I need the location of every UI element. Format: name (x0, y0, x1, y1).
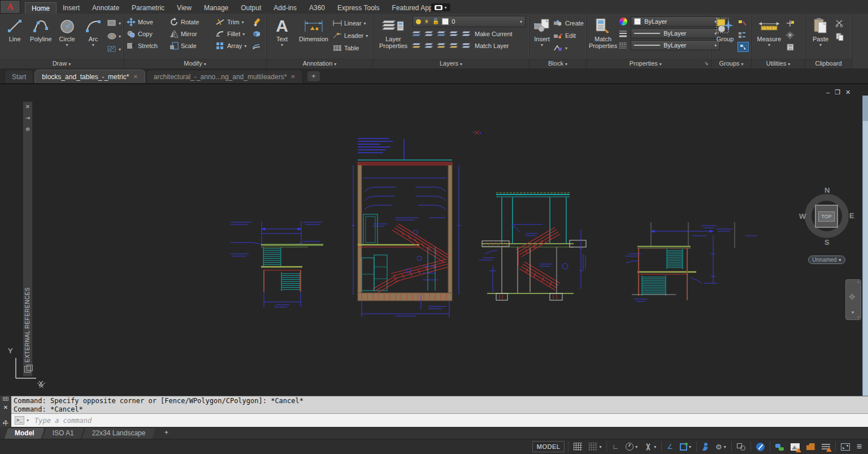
annotation-scale-button[interactable]: ⚙▾ (714, 442, 728, 452)
linetype-list-icon[interactable] (618, 41, 628, 50)
panel-label-layers[interactable]: Layers▾ (373, 59, 529, 68)
layer-properties-button[interactable]: LayerProperties (375, 15, 411, 59)
menu-tab-insert[interactable]: Insert (57, 2, 86, 14)
layer-isolate-icon[interactable] (413, 31, 421, 37)
move-button[interactable]: Move (126, 17, 166, 27)
trim-button[interactable]: Trim▾ (215, 17, 248, 27)
group-edit-button[interactable] (737, 30, 749, 40)
view-name-pill[interactable]: Unnamed▾ (808, 256, 845, 264)
layer-thaw-all-icon[interactable] (425, 42, 433, 49)
lineweight-select[interactable]: ByLayer ▾ (631, 28, 720, 38)
restore-icon[interactable]: ❒ (835, 89, 840, 96)
menu-tab-manage[interactable]: Manage (198, 2, 235, 14)
text-button[interactable]: A Text ▾ (269, 15, 295, 59)
autocad-logo[interactable]: A (0, 0, 20, 14)
layer-unlock-all-icon[interactable] (450, 42, 458, 49)
minimize-icon[interactable]: – (826, 89, 830, 96)
layer-select[interactable]: ☀ 🔓 0 ▾ (413, 16, 526, 27)
drawing-canvas[interactable]: ✕ ⇥ ✲ EXTERNAL REFERENCES Y X (0, 84, 868, 396)
performance-monitor-button[interactable] (789, 442, 801, 452)
viewcube[interactable]: N W E S TOP (800, 187, 854, 249)
panel-label-utilities[interactable]: Utilities▾ (752, 59, 805, 68)
close-icon[interactable]: ✕ (3, 404, 8, 410)
layer-on-all-icon[interactable] (437, 42, 446, 49)
file-tab-blocks-and-tables[interactable]: blocks_and_tables_-_metric*✕ (34, 70, 145, 83)
hatch-button[interactable]: ▾ (107, 44, 121, 54)
quick-calc-button[interactable] (785, 42, 795, 52)
menu-tab-annotate[interactable]: Annotate (86, 2, 125, 14)
share-button[interactable] (774, 442, 785, 452)
clean-screen-button[interactable] (839, 442, 852, 452)
scrollbar-thumb[interactable] (863, 96, 868, 121)
layer-freeze-icon[interactable] (425, 31, 433, 37)
copy-button[interactable]: Copy (126, 29, 166, 39)
polyline-button[interactable]: Polyline (28, 15, 53, 59)
measure-button[interactable]: Measure ▾ (754, 15, 784, 59)
command-history[interactable]: Command: Specify opposite corner or [Fen… (0, 396, 868, 413)
new-tab-button[interactable]: + (307, 71, 320, 81)
menu-tab-addins[interactable]: Add-ins (267, 2, 303, 14)
menu-tab-a360[interactable]: A360 (303, 2, 331, 14)
vertical-scrollbar[interactable] (862, 96, 868, 396)
edit-block-button[interactable]: Edit (553, 31, 584, 41)
menu-tab-parametric[interactable]: Parametric (125, 2, 171, 14)
color-wheel-icon[interactable] (618, 17, 628, 27)
array-button[interactable]: Array▾ (215, 41, 248, 51)
match-layer-icon[interactable] (462, 42, 471, 49)
hardware-acceleration-button[interactable] (754, 442, 766, 452)
panel-label-modify[interactable]: Modify▾ (124, 59, 266, 68)
explode-button[interactable] (251, 29, 261, 39)
offset-button[interactable] (251, 41, 261, 51)
workspace-switching-button[interactable] (735, 442, 747, 452)
polar-tracking-button[interactable]: ▾ (624, 442, 639, 452)
customization-button[interactable]: ≡ (855, 442, 863, 452)
panel-label-draw[interactable]: Draw▾ (0, 59, 123, 68)
copy-clip-button[interactable] (835, 32, 844, 42)
scale-button[interactable]: Scale (169, 41, 212, 51)
fillet-button[interactable]: Fillet▾ (215, 29, 248, 39)
viewcube-south[interactable]: S (824, 238, 830, 247)
close-icon[interactable]: ✕ (133, 73, 137, 80)
rotate-button[interactable]: Rotate (169, 17, 212, 27)
ortho-button[interactable]: ∟ (610, 442, 620, 452)
paste-button[interactable]: Paste ▾ (808, 15, 834, 59)
unreconciled-layers-button[interactable] (820, 443, 832, 451)
viewcube-east[interactable]: E (849, 211, 854, 220)
line-button[interactable]: Line (2, 15, 27, 59)
object-snap-button[interactable]: ▾ (678, 442, 693, 452)
model-space-button[interactable]: MODEL (532, 441, 565, 452)
rectangle-button[interactable]: ▾ (107, 18, 121, 28)
erase-button[interactable] (251, 17, 261, 27)
ribbon-display-button[interactable]: ▾ (431, 3, 450, 11)
circle-button[interactable]: Circle ▾ (55, 15, 80, 59)
match-properties-button[interactable]: MatchProperties (589, 15, 617, 59)
group-selectable-toggle[interactable] (737, 42, 749, 52)
make-current-button[interactable]: Make Current (475, 31, 513, 37)
linear-button[interactable]: Linear▾ (332, 18, 368, 28)
id-point-button[interactable] (785, 18, 795, 28)
new-layout-button[interactable]: + (159, 428, 173, 438)
create-block-button[interactable]: Create (553, 18, 584, 28)
insert-button[interactable]: Insert ▾ (532, 15, 552, 59)
layer-unisolate-icon[interactable] (413, 42, 421, 49)
linetype-select[interactable]: ByLayer ▾ (631, 40, 720, 50)
group-button[interactable]: Group (714, 15, 736, 59)
close-icon[interactable]: ✕ (845, 89, 850, 96)
file-tab-start[interactable]: Start (5, 70, 33, 83)
object-color-select[interactable]: ByLayer ▾ (631, 16, 720, 27)
file-tab-architectural[interactable]: architectural_-_anno...ng_and_multileade… (146, 70, 303, 83)
navigation-bar[interactable]: ✥ ▾ (845, 279, 861, 320)
lineweight-list-icon[interactable] (618, 29, 628, 38)
mirror-button[interactable]: Mirror (169, 29, 212, 39)
pan-orbit-icon[interactable]: ✥ (849, 292, 856, 301)
make-current-icon[interactable] (462, 31, 471, 37)
arc-button[interactable]: Arc ▾ (81, 15, 106, 59)
object-snap-tracking-button[interactable]: ∠ (665, 442, 675, 452)
panel-label-groups[interactable]: Groups▾ (711, 59, 751, 68)
chevron-down-icon[interactable]: ▾ (27, 418, 29, 423)
menu-tab-home[interactable]: Home (25, 2, 57, 14)
viewcube-top-face[interactable]: TOP (815, 205, 838, 228)
chevron-down-icon[interactable]: ▾ (852, 310, 854, 315)
attributes-button[interactable]: ▾ (553, 43, 584, 53)
close-icon[interactable]: ✕ (290, 73, 295, 80)
